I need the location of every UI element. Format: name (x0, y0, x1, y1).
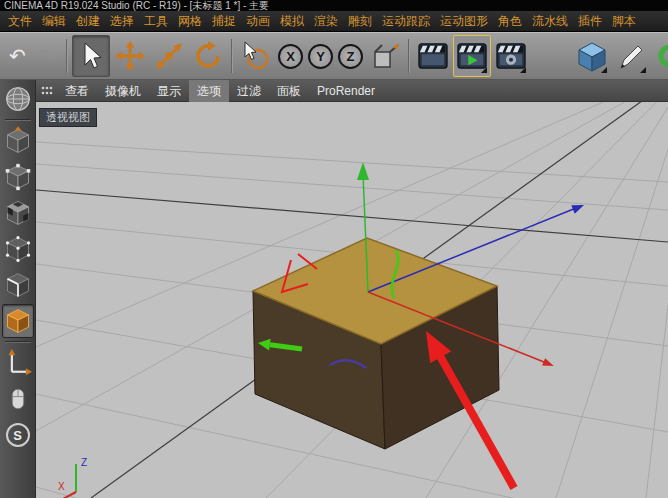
cube-object[interactable] (253, 238, 499, 449)
vpmenu-display[interactable]: 显示 (149, 80, 189, 102)
scale-tool-button[interactable] (150, 35, 188, 77)
gizmo-z-label: Z (81, 457, 87, 468)
axis-mode-button[interactable] (2, 346, 34, 380)
lock-z-button[interactable]: Z (336, 35, 365, 77)
menu-mograph[interactable]: 运动图形 (435, 13, 493, 30)
menu-character[interactable]: 角色 (493, 13, 527, 30)
coordinate-system-button[interactable] (366, 35, 404, 77)
undo-button[interactable]: ↶ (3, 35, 32, 77)
menu-motion-tracker[interactable]: 运动跟踪 (377, 13, 435, 30)
spline-pen-button[interactable] (612, 35, 650, 77)
vpmenu-cameras[interactable]: 摄像机 (97, 80, 149, 102)
render-settings-icon (496, 42, 526, 70)
menu-pipeline[interactable]: 流水线 (527, 13, 573, 30)
dropdown-corner-icon (640, 67, 646, 73)
menu-select[interactable]: 选择 (105, 13, 139, 30)
gizmo-x-label: X (58, 481, 65, 492)
rotate-icon (193, 41, 223, 71)
globe-icon (3, 84, 33, 114)
toolbar-separator (66, 39, 68, 73)
menu-edit[interactable]: 编辑 (37, 13, 71, 30)
snap-button[interactable]: S (2, 418, 34, 452)
move-icon (115, 41, 145, 71)
coordinate-system-icon (370, 41, 400, 71)
globe-button[interactable] (2, 82, 34, 116)
z-lock-label: Z (338, 44, 363, 69)
rotate-tool-button[interactable] (189, 35, 227, 77)
texture-mode-button[interactable] (2, 196, 34, 230)
polygons-mode-button[interactable] (2, 304, 34, 338)
mouse-icon (5, 384, 31, 414)
vpmenu-prorender[interactable]: ProRender (309, 80, 383, 102)
sidebar-separator (5, 119, 31, 121)
make-editable-button[interactable] (2, 124, 34, 158)
viewport-menubar: 查看 摄像机 显示 选项 过滤 面板 ProRender (36, 80, 668, 102)
menu-create[interactable]: 创建 (71, 13, 105, 30)
menu-simulate[interactable]: 模拟 (275, 13, 309, 30)
render-view-button[interactable] (414, 35, 452, 77)
dropdown-corner-icon (520, 67, 526, 73)
axis-z-arrow-icon (571, 205, 584, 214)
menu-animate[interactable]: 动画 (241, 13, 275, 30)
polygons-mode-cube-icon (4, 306, 32, 336)
render-view-icon (418, 42, 448, 70)
scale-icon (154, 41, 184, 71)
vpmenu-panel[interactable]: 面板 (269, 80, 309, 102)
undo-icon: ↶ (9, 46, 26, 66)
live-selection-icon (241, 41, 271, 71)
menu-sculpt[interactable]: 雕刻 (343, 13, 377, 30)
viewport[interactable]: Z X 透视视图 (36, 102, 668, 498)
viewport-scene[interactable]: Z X (36, 102, 668, 498)
select-cursor-icon (78, 41, 104, 71)
menu-tools[interactable]: 工具 (139, 13, 173, 30)
render-picture-viewer-icon (457, 42, 487, 70)
menu-script[interactable]: 脚本 (607, 13, 641, 30)
y-lock-label: Y (308, 44, 333, 69)
titlebar: CINEMA 4D R19.024 Studio (RC - R19) - [未… (0, 0, 668, 11)
subdivision-ring-icon (655, 41, 668, 71)
menubar: 文件 编辑 创建 选择 工具 网格 捕捉 动画 模拟 渲染 雕刻 运动跟踪 运动… (0, 11, 668, 32)
generator-button[interactable] (651, 35, 668, 77)
vpmenu-filter[interactable]: 过滤 (229, 80, 269, 102)
render-picture-viewer-button[interactable] (453, 35, 491, 77)
model-mode-button[interactable] (2, 160, 34, 194)
toolbar-separator (408, 39, 410, 73)
menu-mesh[interactable]: 网格 (173, 13, 207, 30)
cinema4d-window: CINEMA 4D R19.024 Studio (RC - R19) - [未… (0, 0, 668, 498)
lock-x-button[interactable]: X (276, 35, 305, 77)
toolbar-separator (231, 39, 233, 73)
edges-mode-button[interactable] (2, 268, 34, 302)
menu-file[interactable]: 文件 (3, 13, 37, 30)
menu-plugins[interactable]: 插件 (573, 13, 607, 30)
sidebar-separator (5, 341, 31, 343)
x-lock-label: X (278, 44, 303, 69)
menu-render[interactable]: 渲染 (309, 13, 343, 30)
axis-y-arrow-icon (357, 162, 369, 180)
vpmenu-options[interactable]: 选项 (189, 80, 229, 102)
texture-mode-cube-icon (4, 198, 32, 228)
dropdown-corner-icon (481, 67, 487, 73)
redo-icon: ↷ (39, 46, 56, 66)
vpmenu-view[interactable]: 查看 (57, 80, 97, 102)
axis-gizmo: Z X (58, 457, 87, 498)
menu-snap[interactable]: 捕捉 (207, 13, 241, 30)
move-tool-button[interactable] (111, 35, 149, 77)
render-settings-button[interactable] (492, 35, 530, 77)
make-editable-cube-icon (4, 126, 32, 156)
redo-button[interactable]: ↷ (33, 35, 62, 77)
axis-icon (4, 348, 32, 378)
left-toolbar: S (0, 80, 36, 498)
points-mode-cube-icon (4, 234, 32, 264)
dropdown-corner-icon (601, 67, 607, 73)
window-title: CINEMA 4D R19.024 Studio (RC - R19) - [未… (4, 0, 269, 11)
primitive-cube-button[interactable] (573, 35, 611, 77)
select-tool-button[interactable] (72, 35, 110, 77)
edges-mode-cube-icon (4, 270, 32, 300)
viewport-label: 透视视图 (39, 108, 97, 127)
points-mode-button[interactable] (2, 232, 34, 266)
lock-y-button[interactable]: Y (306, 35, 335, 77)
layout-grid-icon[interactable] (40, 85, 54, 97)
live-selection-button[interactable] (237, 35, 275, 77)
viewport-solo-button[interactable] (2, 382, 34, 416)
model-mode-cube-icon (4, 162, 32, 192)
